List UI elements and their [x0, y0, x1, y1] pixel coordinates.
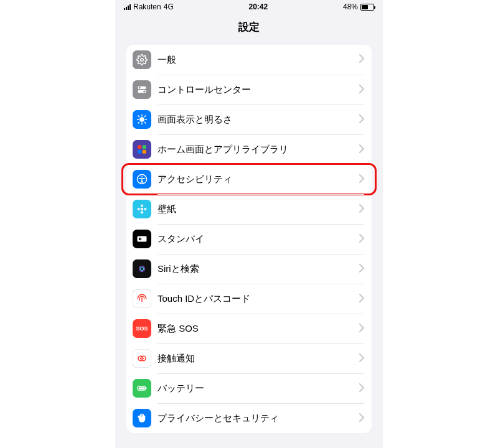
svg-point-27: [138, 264, 147, 274]
settings-row-wallpaper[interactable]: 壁紙: [126, 194, 372, 224]
svg-point-22: [141, 211, 144, 214]
row-inner: 壁紙: [157, 194, 364, 224]
battery-pct-label: 48%: [343, 2, 358, 11]
svg-point-19: [141, 176, 143, 177]
clock-dark-icon: [133, 230, 151, 248]
hand-icon: [133, 409, 151, 427]
chevron-right-icon: [359, 353, 364, 365]
svg-rect-35: [146, 388, 147, 390]
svg-line-12: [138, 122, 139, 123]
chevron-right-icon: [359, 324, 364, 335]
fingerprint-icon: [133, 289, 151, 308]
chevron-right-icon: [359, 294, 364, 305]
svg-line-9: [144, 122, 146, 123]
svg-point-24: [144, 208, 147, 211]
settings-row-battery[interactable]: バッテリー: [126, 373, 372, 403]
row-label: スタンバイ: [157, 233, 359, 245]
chevron-right-icon: [359, 85, 364, 96]
settings-row-standby[interactable]: スタンバイ: [126, 224, 372, 254]
gear-icon: [133, 50, 151, 69]
row-label: プライバシーとセキュリティ: [157, 413, 359, 424]
row-inner: Siriと検索: [157, 254, 364, 284]
carrier-label: Rakuten: [133, 2, 161, 11]
svg-point-21: [141, 205, 144, 208]
settings-row-accessibility[interactable]: アクセシビリティ: [126, 164, 372, 194]
settings-row-general[interactable]: 一般: [126, 45, 372, 75]
row-inner: 緊急 SOS: [157, 314, 364, 343]
row-inner: 一般: [157, 45, 364, 75]
chevron-right-icon: [359, 383, 364, 394]
settings-list: 一般コントロールセンター画面表示と明るさホーム画面とアプリライブラリアクセシビリ…: [126, 45, 372, 433]
sun-icon: [133, 110, 151, 129]
settings-row-control-center[interactable]: コントロールセンター: [126, 75, 372, 105]
chevron-right-icon: [359, 144, 364, 156]
settings-row-display[interactable]: 画面表示と明るさ: [126, 105, 372, 134]
status-left: Rakuten 4G: [124, 2, 174, 11]
accessibility-icon: [133, 170, 151, 189]
signal-icon: [124, 4, 131, 10]
svg-line-8: [138, 116, 139, 117]
battery-icon: [133, 379, 151, 398]
row-label: 一般: [157, 54, 359, 66]
flower-icon: [133, 200, 151, 218]
svg-rect-36: [139, 388, 144, 390]
battery-icon: [360, 4, 374, 11]
siri-icon: [133, 259, 151, 278]
row-label: アクセシビリティ: [157, 174, 359, 185]
grid-icon: [133, 140, 151, 159]
settings-row-touchid[interactable]: Touch IDとパスコード: [126, 284, 372, 314]
row-inner: バッテリー: [157, 373, 364, 403]
svg-point-32: [140, 358, 141, 359]
svg-point-23: [138, 208, 141, 211]
row-label: コントロールセンター: [157, 84, 359, 96]
row-label: 緊急 SOS: [157, 323, 359, 335]
chevron-right-icon: [359, 54, 364, 65]
row-inner: 画面表示と明るさ: [157, 105, 364, 134]
svg-rect-16: [138, 150, 141, 154]
row-inner: Touch IDとパスコード: [157, 284, 364, 314]
settings-row-privacy[interactable]: プライバシーとセキュリティ: [126, 403, 372, 433]
row-label: Siriと検索: [157, 263, 359, 275]
status-right: 48%: [343, 2, 374, 11]
switches-icon: [133, 80, 151, 99]
row-inner: アクセシビリティ: [157, 164, 364, 194]
svg-rect-15: [143, 145, 146, 149]
settings-row-home-screen[interactable]: ホーム画面とアプリライブラリ: [126, 134, 372, 164]
row-inner: プライバシーとセキュリティ: [157, 403, 364, 433]
row-inner: スタンバイ: [157, 224, 364, 254]
status-bar: Rakuten 4G 20:42 48%: [115, 0, 383, 14]
row-label: 画面表示と明るさ: [157, 114, 359, 126]
chevron-right-icon: [359, 413, 364, 424]
settings-row-siri[interactable]: Siriと検索: [126, 254, 372, 284]
chevron-right-icon: [359, 114, 364, 126]
svg-point-3: [139, 87, 141, 89]
page-title-text: 設定: [238, 20, 260, 34]
svg-rect-14: [138, 145, 141, 149]
exposure-icon: [133, 349, 151, 368]
svg-point-4: [143, 91, 145, 93]
page-title: 設定: [115, 14, 383, 40]
chevron-right-icon: [359, 234, 364, 245]
svg-rect-17: [143, 150, 146, 154]
row-label: Touch IDとパスコード: [157, 293, 359, 305]
status-time: 20:42: [248, 2, 268, 11]
chevron-right-icon: [359, 264, 364, 275]
row-inner: ホーム画面とアプリライブラリ: [157, 134, 364, 164]
phone-frame: Rakuten 4G 20:42 48% 設定 一般コントロールセンター画面表示…: [115, 0, 383, 448]
settings-row-exposure[interactable]: 接触通知: [126, 343, 372, 373]
row-label: 壁紙: [157, 203, 359, 215]
row-label: ホーム画面とアプリライブラリ: [157, 144, 359, 156]
svg-point-20: [141, 208, 144, 211]
sos-icon: SOS: [133, 319, 151, 338]
svg-point-33: [143, 358, 144, 359]
network-label: 4G: [164, 2, 174, 11]
settings-row-emergency-sos[interactable]: SOS緊急 SOS: [126, 314, 372, 343]
row-label: 接触通知: [157, 353, 359, 365]
svg-point-0: [141, 58, 144, 62]
svg-line-13: [144, 116, 146, 117]
chevron-right-icon: [359, 174, 364, 185]
chevron-right-icon: [359, 204, 364, 215]
svg-point-5: [140, 118, 144, 121]
row-inner: コントロールセンター: [157, 75, 364, 105]
row-inner: 接触通知: [157, 343, 364, 373]
